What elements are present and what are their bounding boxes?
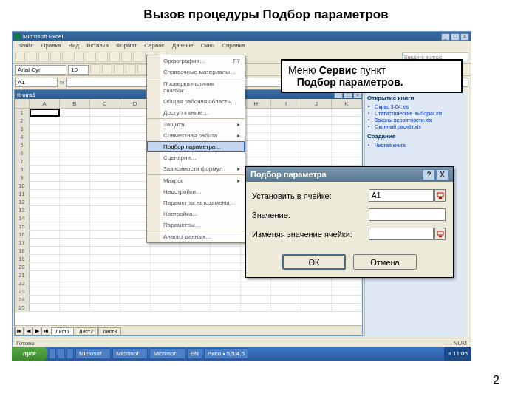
col-header[interactable]: H (241, 99, 271, 108)
cell[interactable] (60, 231, 90, 238)
cell[interactable] (30, 125, 60, 132)
menu-item-macro[interactable]: Макрос▸ (147, 174, 245, 186)
cell[interactable] (241, 296, 271, 303)
cell[interactable] (211, 279, 241, 287)
cell[interactable] (30, 231, 60, 238)
cell[interactable] (90, 174, 120, 181)
font-select[interactable]: Arial Cyr (15, 65, 66, 75)
cut-icon[interactable] (62, 52, 72, 62)
cell[interactable] (60, 149, 90, 157)
cell[interactable] (90, 198, 120, 205)
menu-item-goalseek[interactable]: Подбор параметра… (147, 141, 245, 152)
maximize-button[interactable]: □ (451, 33, 460, 41)
menu-item-addins[interactable]: Надстройки… (147, 186, 245, 197)
menu-item[interactable]: Вид (65, 41, 83, 51)
cell[interactable] (151, 304, 181, 311)
copy-icon[interactable] (74, 52, 84, 62)
cell[interactable] (180, 296, 211, 303)
cell[interactable] (120, 247, 151, 254)
redo-icon[interactable] (109, 52, 120, 62)
cell[interactable] (30, 239, 60, 246)
sum-icon[interactable] (121, 52, 132, 62)
cell[interactable] (90, 287, 120, 295)
cell[interactable] (90, 109, 120, 116)
cell[interactable] (30, 206, 60, 214)
bold-icon[interactable] (90, 64, 100, 75)
quicklaunch-icon[interactable] (66, 348, 74, 359)
cell[interactable] (241, 109, 271, 116)
cell[interactable] (211, 247, 241, 254)
cell[interactable] (60, 206, 90, 214)
cell[interactable] (30, 109, 60, 116)
cell[interactable] (60, 247, 90, 254)
cell[interactable] (60, 296, 90, 303)
sort-icon[interactable] (133, 52, 143, 62)
cell[interactable] (90, 206, 120, 214)
cell[interactable] (151, 263, 181, 270)
menu-item-protect[interactable]: Защита▸ (147, 118, 245, 130)
row-header[interactable]: 24 (15, 296, 30, 303)
start-button[interactable]: пуск (12, 347, 47, 361)
cell[interactable] (90, 190, 120, 197)
cell[interactable] (271, 117, 301, 124)
menu-item-research[interactable]: Справочные материалы… (147, 66, 245, 78)
cell[interactable] (271, 304, 301, 311)
menu-item-sharebook[interactable]: Доступ к книге… (147, 107, 245, 118)
sheet-tab[interactable]: Лист1 (51, 327, 74, 335)
cell[interactable] (30, 271, 60, 279)
row-header[interactable]: 22 (15, 279, 30, 287)
cell[interactable] (60, 117, 90, 124)
cell[interactable] (30, 141, 60, 149)
cell[interactable] (151, 247, 181, 254)
ok-button[interactable]: ОК (282, 254, 346, 270)
cell[interactable] (90, 157, 120, 165)
underline-icon[interactable] (114, 64, 124, 75)
col-header[interactable]: J (301, 99, 332, 108)
cell[interactable] (211, 287, 241, 295)
menu-item[interactable]: Файл (16, 41, 38, 51)
tab-nav-last-icon[interactable]: ⏭ (41, 327, 50, 335)
setcell-input[interactable]: A1 (369, 189, 434, 202)
system-tray[interactable]: « 11:05 (444, 347, 471, 361)
cell[interactable] (120, 287, 151, 295)
quicklaunch-icon[interactable] (49, 348, 56, 359)
select-all-corner[interactable] (15, 99, 30, 108)
col-header[interactable]: K (332, 99, 362, 108)
cell[interactable] (30, 247, 60, 254)
cell[interactable] (301, 279, 332, 287)
cell[interactable] (30, 198, 60, 205)
cell[interactable] (301, 287, 332, 295)
cell[interactable] (271, 279, 301, 287)
cell[interactable] (60, 133, 90, 140)
cell[interactable] (120, 279, 151, 287)
cell[interactable] (120, 296, 151, 303)
menu-item-audit[interactable]: Зависимости формул▸ (147, 163, 245, 174)
cell[interactable] (301, 157, 332, 165)
col-header[interactable]: A (30, 99, 60, 108)
row-header[interactable]: 19 (15, 255, 30, 262)
cell[interactable] (90, 279, 120, 287)
cell[interactable] (241, 141, 271, 149)
cell[interactable] (151, 255, 181, 262)
row-header[interactable]: 15 (15, 222, 30, 230)
cell[interactable] (271, 287, 301, 295)
row-header[interactable]: 7 (15, 157, 30, 165)
quicklaunch-icon[interactable] (58, 348, 65, 359)
cell[interactable] (30, 166, 60, 173)
cell[interactable] (332, 296, 362, 303)
cell[interactable] (60, 287, 90, 295)
cell[interactable] (151, 279, 181, 287)
cell[interactable] (180, 247, 211, 254)
col-header[interactable]: B (60, 99, 90, 108)
col-header[interactable]: C (90, 99, 120, 108)
save-icon[interactable] (38, 52, 49, 62)
row-header[interactable]: 25 (15, 304, 30, 311)
row-header[interactable]: 1 (15, 109, 30, 116)
row-header[interactable]: 11 (15, 190, 30, 197)
tab-nav-next-icon[interactable]: ▶ (33, 327, 41, 335)
cell[interactable] (332, 125, 362, 132)
cell[interactable] (271, 141, 301, 149)
cell[interactable] (180, 279, 211, 287)
dialog-help-button[interactable]: ? (423, 169, 435, 180)
cell[interactable] (30, 279, 60, 287)
